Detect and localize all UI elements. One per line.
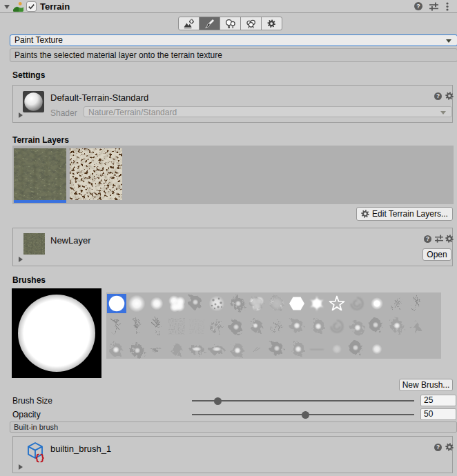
brush-tile-tree-17[interactable] bbox=[127, 317, 146, 336]
foldout-collapsed-icon[interactable] bbox=[19, 257, 23, 262]
brush-tile-swirl-12[interactable] bbox=[347, 294, 367, 313]
svg-text:?: ? bbox=[436, 93, 440, 99]
gear-icon bbox=[361, 210, 369, 218]
brush-tile-wave-37[interactable] bbox=[207, 339, 226, 359]
new-brush-button[interactable]: New Brush... bbox=[399, 379, 453, 391]
brush-tile-splatl-32[interactable] bbox=[107, 339, 126, 359]
brush-tile-branch-16[interactable] bbox=[107, 317, 126, 336]
brush-tile-softsm2-45[interactable] bbox=[367, 339, 387, 359]
help-icon[interactable]: ? bbox=[414, 2, 422, 10]
tool-button-paint-details[interactable] bbox=[240, 17, 262, 30]
tool-button-paint-trees[interactable] bbox=[220, 17, 241, 30]
terrain-layer-thumbnail-grass[interactable] bbox=[14, 148, 66, 200]
paint-tool-dropdown-value: Paint Texture bbox=[14, 35, 63, 45]
brush-tile-dotf-43[interactable] bbox=[327, 339, 347, 359]
material-preview-sphere[interactable] bbox=[23, 91, 44, 112]
brush-tile-clusterd-7[interactable] bbox=[247, 294, 266, 313]
brush-tile-star6-10[interactable] bbox=[307, 294, 327, 313]
brushes-section-label: Brushes bbox=[12, 275, 46, 285]
brush-tile-softsm-2[interactable] bbox=[147, 294, 166, 313]
layer-inspector-box: NewLayer ? Open bbox=[12, 228, 453, 266]
terrain-inspector: Terrain ? Paint Texture Paints the selec… bbox=[0, 0, 457, 476]
brush-tile-splat-22[interactable] bbox=[227, 317, 246, 336]
tool-button-create-neighbor-terrains[interactable] bbox=[178, 17, 200, 30]
brush-tile-tri-31[interactable] bbox=[407, 317, 427, 336]
brush-tile-speckle-5[interactable] bbox=[207, 294, 226, 313]
brush-tile-splatl-26[interactable] bbox=[307, 317, 327, 336]
foldout-collapsed-icon[interactable] bbox=[19, 112, 23, 118]
slider-track[interactable] bbox=[192, 400, 414, 401]
slider-handle[interactable] bbox=[214, 397, 222, 405]
chevron-down-icon bbox=[446, 39, 451, 43]
brush-tile-soft-1[interactable] bbox=[127, 294, 146, 313]
brush-tile-circle-0[interactable] bbox=[107, 294, 126, 313]
kebab-menu-icon[interactable] bbox=[446, 2, 449, 11]
svg-text:?: ? bbox=[426, 236, 429, 242]
brush-tile-leaf-21[interactable] bbox=[207, 317, 226, 336]
brush-tile-splat-44[interactable] bbox=[347, 339, 367, 359]
help-icon[interactable]: ? bbox=[434, 444, 442, 451]
tool-button-terrain-settings[interactable] bbox=[261, 17, 282, 30]
gear-icon[interactable] bbox=[445, 235, 454, 243]
scriptable-object-icon[interactable] bbox=[25, 441, 46, 462]
brush-tile-hex-9[interactable] bbox=[287, 294, 307, 313]
foldout-collapsed-icon[interactable] bbox=[19, 464, 23, 470]
brush-preview bbox=[12, 288, 101, 378]
brush-tile-bird-34[interactable] bbox=[147, 339, 166, 359]
brush-tile-splatl-38[interactable] bbox=[227, 339, 246, 359]
brush-tile-line-42[interactable] bbox=[307, 339, 327, 359]
paint-tool-dropdown[interactable]: Paint Texture bbox=[10, 34, 457, 46]
brush-tile-softd-8[interactable] bbox=[267, 294, 286, 313]
slider-handle[interactable] bbox=[302, 411, 309, 419]
new-brush-label: New Brush... bbox=[402, 380, 450, 390]
brush-tile-scratch-24[interactable] bbox=[267, 317, 286, 336]
presets-icon[interactable] bbox=[435, 235, 443, 243]
brush-tile-splat-6[interactable] bbox=[227, 294, 246, 313]
brush-tile-splatl-41[interactable] bbox=[287, 339, 307, 359]
component-title: Terrain bbox=[40, 1, 70, 12]
open-button[interactable]: Open bbox=[422, 248, 451, 261]
brush-tile-swirl-27[interactable] bbox=[327, 317, 347, 336]
terrain-layers-section-label: Terrain Layers bbox=[12, 135, 69, 145]
presets-icon[interactable] bbox=[429, 2, 438, 11]
foldout-expanded-icon[interactable] bbox=[4, 5, 10, 9]
brush-tile-splatl-28[interactable] bbox=[347, 317, 367, 336]
brush-tile-noisef-20[interactable] bbox=[187, 317, 206, 336]
brush-tile-wave-36[interactable] bbox=[187, 339, 206, 359]
gear-icon[interactable] bbox=[445, 92, 454, 100]
value-field-brush-size[interactable]: 25 bbox=[420, 395, 456, 406]
brush-tile-dot-13[interactable] bbox=[367, 294, 387, 313]
selected-layer-indicator bbox=[14, 200, 66, 203]
help-icon[interactable]: ? bbox=[424, 235, 431, 243]
brush-tile-tree-18[interactable] bbox=[147, 317, 166, 336]
layer-preview-thumbnail[interactable] bbox=[23, 233, 45, 255]
brush-tile-blobd-35[interactable] bbox=[167, 339, 186, 359]
help-icon[interactable]: ? bbox=[434, 92, 442, 100]
brush-tile-splat-33[interactable] bbox=[127, 339, 146, 359]
terrain-layer-thumbnail-stone[interactable] bbox=[70, 148, 122, 200]
brush-tile-splat-29[interactable] bbox=[367, 317, 387, 336]
brush-tile-cluster-3[interactable] bbox=[167, 294, 186, 313]
tool-button-paint-terrain[interactable] bbox=[199, 17, 220, 30]
brush-tile-splat-4[interactable] bbox=[187, 294, 206, 313]
brush-tile-star5-11[interactable] bbox=[327, 294, 347, 313]
shader-dropdown: Nature/Terrain/Standard bbox=[84, 106, 452, 117]
value-field-opacity[interactable]: 50 bbox=[420, 408, 456, 420]
brush-tile-branch-15[interactable] bbox=[407, 294, 427, 313]
brush-tile-splatl-30[interactable] bbox=[387, 317, 407, 336]
brush-tile-noise-19[interactable] bbox=[167, 317, 186, 336]
paint-terrain-icon bbox=[204, 19, 215, 29]
edit-terrain-layers-button[interactable]: Edit Terrain Layers... bbox=[356, 207, 453, 221]
brush-tile-scratchsm-39[interactable] bbox=[247, 339, 266, 359]
material-name: Default-Terrain-Standard bbox=[50, 92, 148, 103]
svg-text:?: ? bbox=[416, 3, 420, 10]
brush-tile-scratch-14[interactable] bbox=[387, 294, 407, 313]
gear-icon[interactable] bbox=[445, 443, 454, 451]
create-neighbor-terrains-icon bbox=[184, 19, 194, 29]
brush-tile-splatl-25[interactable] bbox=[287, 317, 307, 336]
brush-tile-blobdl-23[interactable] bbox=[247, 317, 266, 336]
enabled-checkbox[interactable] bbox=[26, 1, 37, 12]
terrain-icon bbox=[13, 1, 23, 12]
chevron-down-icon bbox=[440, 111, 446, 115]
brush-tile-splat-40[interactable] bbox=[267, 339, 286, 359]
